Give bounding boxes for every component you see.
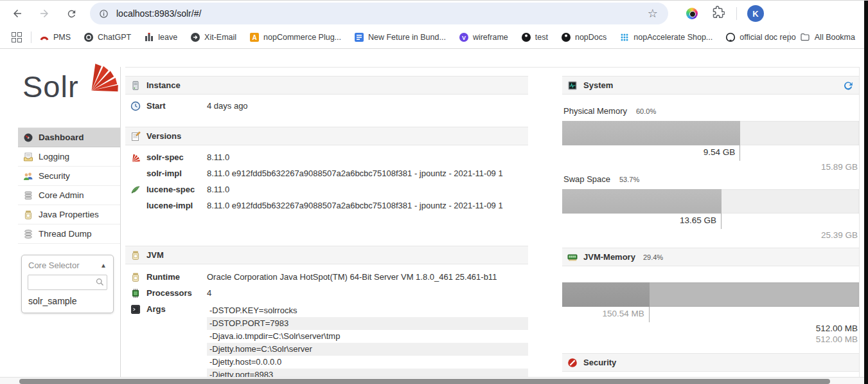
forward-button[interactable] [35,4,54,23]
forward-icon [39,8,50,19]
all-bookmarks[interactable]: All Bookma [780,26,855,48]
solr-logo-text: Solr [22,69,79,104]
core-selector-header[interactable]: Core Selector ▲ [28,261,107,275]
sidebar-item-logging[interactable]: Logging [18,147,120,167]
instance-section-header: Instance [125,76,528,95]
pms-icon [39,32,49,42]
jvm-memory-max: 512.00 MB [562,333,859,344]
right-panel-border [859,67,860,377]
jvm-arg: -DSTOP.PORT=7983 [207,317,528,330]
search-icon [95,277,105,287]
clock-icon [130,101,141,111]
physical-memory-percent: 60.0% [636,107,656,115]
profile-avatar[interactable]: K [747,5,764,22]
back-button[interactable] [8,4,27,23]
bookmark-chatgpt[interactable]: ChatGPT [84,32,131,42]
security-no-entry-icon [567,358,578,368]
jvm-arg: -DSTOP.KEY=solrrocks [207,304,528,317]
instance-icon [130,80,141,91]
solr-mini-icon [130,152,141,163]
version-row: lucene-impl 8.11.0 e912fdd5b632267a90885… [125,199,528,215]
solr-logo[interactable]: Solr [22,59,122,111]
test-icon [521,32,531,42]
solr-admin-page: Solr Dashboard Logging Security Core [0,49,864,384]
bookmark-nopcommerce[interactable]: A nopCommerce Plug... [249,32,341,42]
sidebar-item-thread-dump[interactable]: Thread Dump [18,224,120,244]
jvm-memory-section-header: JVM-Memory 29.4% [562,248,859,266]
lucene-icon [130,185,141,195]
jvm-section-header: JVM [125,246,528,264]
svg-text:A: A [252,34,256,41]
jvm-memory-used: 150.54 MB [562,307,650,322]
address-bar[interactable]: localhost:8983/solr/#/ ☆ [90,3,668,24]
bookmark-leave[interactable]: leave [144,32,177,42]
bookmark-nopaccelerate[interactable]: nopAccelerate Shop... [619,32,713,42]
versions-section-header: Versions [125,127,528,145]
bookmarks-divider [31,32,31,43]
jvm-arg: -Djetty.home=C:\Solr\server [207,343,528,356]
jvm-arg: -Djava.io.tmpdir=C:\Solr\server\tmp [207,330,528,343]
jvm-processors-row: Processors 4 [125,286,528,302]
runtime-jar-icon [130,272,141,282]
bookmark-nopdocs[interactable]: nopDocs [561,32,607,42]
logging-icon [23,152,33,162]
jvm-args-row: Args -DSTOP.KEY=solrrocks -DSTOP.PORT=79… [125,302,528,381]
scrollbar-thumb[interactable] [19,379,830,384]
instance-start-row: Start 4 days ago [125,101,528,111]
nopdocs-icon [561,32,571,42]
horizontal-scrollbar[interactable] [0,377,864,384]
swap-space-bar-fill [562,189,722,214]
physical-memory-bar [562,121,859,145]
site-info-icon[interactable] [99,9,109,19]
refresh-icon[interactable] [842,80,854,91]
swap-space-label-row: Swap Space 53.7% [563,174,859,184]
sidebar-item-security[interactable]: Security [18,167,120,186]
nopcommerce-icon: A [249,32,260,42]
bookmark-xit-email[interactable]: Xit-Email [190,32,236,42]
sidebar-item-dashboard[interactable]: Dashboard [18,128,120,147]
xit-email-icon [190,32,200,42]
jvm-icon [130,250,141,261]
svg-text:V: V [462,35,466,41]
versions-icon [130,131,141,142]
security-section-header: Security [562,353,859,372]
core-selector: Core Selector ▲ solr_sample [21,255,114,313]
physical-memory-label-row: Physical Memory 60.0% [563,106,859,116]
toolbar-divider [736,7,737,20]
jvm-runtime-row: Runtime Oracle Corporation Java HotSpot(… [125,270,528,286]
nopaccelerate-icon [619,32,630,42]
bookmark-new-feature[interactable]: New Feture in Bund... [354,32,446,42]
swap-space-bar [562,189,859,214]
core-option-solr-sample[interactable]: solr_sample [28,290,107,306]
system-panel: System Physical Memory 60.0% 9.54 GB 15.… [562,67,859,372]
jvm-memory-committed: 512.00 MB [562,322,859,333]
apps-grid-icon[interactable] [12,32,22,42]
solr-sunburst-icon [85,58,121,94]
sidebar-item-java-properties[interactable]: Java Properties [18,205,120,224]
browser-toolbar: localhost:8983/solr/#/ ☆ K [0,1,864,26]
sidebar-menu: Dashboard Logging Security Core Admin Ja… [18,127,120,244]
system-section-header: System [562,76,859,95]
physical-memory-total: 15.89 GB [562,161,859,172]
swap-space-total: 25.39 GB [562,229,859,240]
sidebar-item-core-admin[interactable]: Core Admin [18,186,120,205]
extensions-puzzle-icon[interactable] [712,6,725,21]
extension-icon[interactable] [686,8,698,19]
args-icon [130,304,141,315]
reload-button[interactable] [62,4,81,23]
reload-icon [66,8,77,19]
jvm-memory-percent: 29.4% [643,253,663,261]
jvm-memory-ram-icon [567,252,578,262]
bookmark-wireframe[interactable]: V wireframe [459,32,508,42]
back-icon [12,8,23,19]
bookmark-test[interactable]: test [521,32,548,42]
security-users-icon [23,171,33,181]
jvm-arg: -Djetty.host=0.0.0.0 [207,356,528,369]
url-text[interactable]: localhost:8983/solr/#/ [116,8,644,19]
bookmark-star-icon[interactable]: ☆ [644,6,662,21]
bookmark-pms[interactable]: PMS [39,32,71,42]
version-row: lucene-spec 8.11.0 [125,183,528,199]
sidebar-border [120,67,121,377]
java-properties-icon [23,210,33,220]
dashboard-main: Instance Start 4 days ago Versions solr-… [125,67,528,381]
